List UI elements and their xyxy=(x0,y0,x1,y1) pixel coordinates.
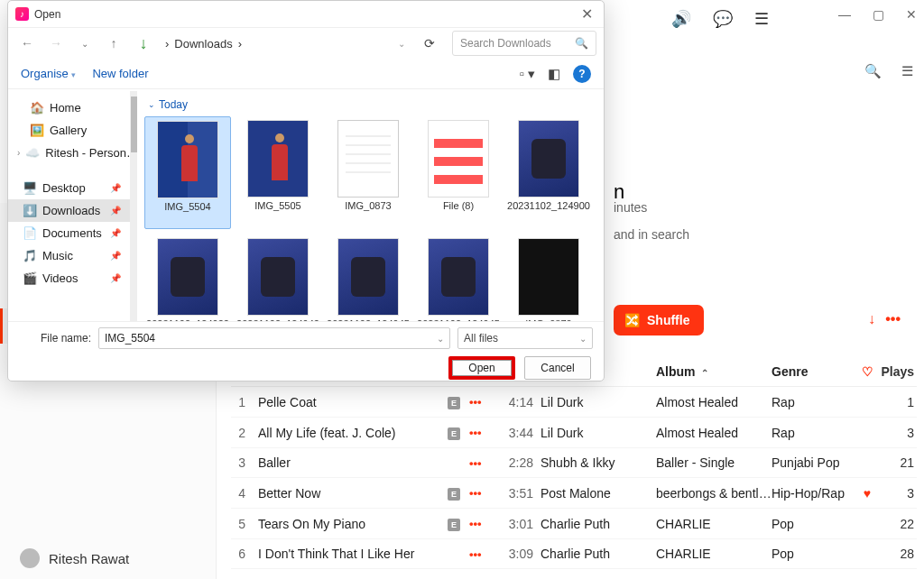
more-icon[interactable]: ••• xyxy=(885,311,901,327)
open-button[interactable]: Open xyxy=(448,356,515,380)
file-tile[interactable]: 20231102_124942 xyxy=(235,234,321,321)
row-menu-icon[interactable]: ••• xyxy=(469,426,491,439)
file-tile[interactable]: 20231102_124945(0) xyxy=(325,234,411,321)
dialog-title: Open xyxy=(34,8,60,21)
file-tile[interactable]: File (8) xyxy=(415,116,502,229)
file-thumbnail xyxy=(518,238,579,316)
search-icon[interactable]: 🔍 xyxy=(864,63,882,79)
file-name: 20231102_124900 xyxy=(507,200,590,224)
organise-menu[interactable]: Organise ▾ xyxy=(21,67,76,80)
dialog-nav: ← → ⌄ ↑ ↓ › Downloads › ⌄ ⟳ Search Downl… xyxy=(8,28,604,59)
explicit-icon: E xyxy=(448,519,460,531)
file-thumbnail xyxy=(518,120,579,198)
dialog-sidebar: 🏠Home🖼️Gallery›☁️Ritesh - Person… 🖥️Desk… xyxy=(8,91,131,321)
up-icon[interactable]: ↑ xyxy=(102,36,125,51)
explicit-icon: E xyxy=(448,397,460,409)
file-thumbnail xyxy=(157,121,218,198)
file-thumbnail xyxy=(428,238,489,316)
lyrics-icon[interactable]: 💬 xyxy=(713,9,733,29)
volume-icon[interactable]: 🔊 xyxy=(671,9,691,29)
col-heart[interactable]: ♡ xyxy=(856,364,878,379)
table-row[interactable]: 3Baller•••2:28Shubh & IkkyBaller - Singl… xyxy=(231,448,917,478)
crumb-dropdown-icon[interactable]: ⌄ xyxy=(398,39,405,49)
filetype-select[interactable]: All files⌄ xyxy=(457,327,593,349)
refresh-icon[interactable]: ⟳ xyxy=(418,36,441,51)
open-file-dialog: ♪ Open ✕ ← → ⌄ ↑ ↓ › Downloads › ⌄ ⟳ Sea… xyxy=(7,0,605,381)
places-item[interactable]: 📄Documents📌 xyxy=(8,222,130,244)
quick-access-item[interactable]: ›☁️Ritesh - Person… xyxy=(8,142,130,164)
file-tile[interactable]: IMG_0873 xyxy=(325,116,411,229)
places-item[interactable]: 🖥️Desktop📌 xyxy=(8,177,130,199)
quick-access-item[interactable]: 🏠Home xyxy=(8,96,130,119)
music-app-icon: ♪ xyxy=(15,7,29,21)
col-plays[interactable]: Plays xyxy=(878,364,914,379)
col-genre[interactable]: Genre xyxy=(772,364,856,379)
file-tile[interactable]: 20231102_124945 xyxy=(415,234,502,321)
file-name: IMG_5505 xyxy=(254,200,300,224)
file-group-header[interactable]: ⌄ Today xyxy=(141,96,600,113)
search-placeholder: Search Downloads xyxy=(460,37,551,50)
filename-label: File name: xyxy=(19,332,91,345)
col-album[interactable]: Album xyxy=(656,364,696,379)
shuffle-icon: 🔀 xyxy=(624,313,640,327)
table-row[interactable]: 6I Don't Think That I Like Her•••3:09Cha… xyxy=(231,539,917,569)
file-thumbnail xyxy=(247,238,309,316)
pin-icon: 📌 xyxy=(110,206,121,216)
file-name: IMG_5504 xyxy=(164,201,210,225)
track-table: Album⌃ Genre ♡ Plays 1Pelle CoatE•••4:14… xyxy=(231,357,917,569)
table-row[interactable]: 2All My Life (feat. J. Cole)E•••3:44Lil … xyxy=(231,418,917,448)
file-thumbnail xyxy=(157,238,218,316)
shuffle-button[interactable]: 🔀 Shuffle xyxy=(614,305,704,335)
file-thumbnail xyxy=(337,238,399,316)
file-name: IMG_0873 xyxy=(345,200,391,224)
user-name: Ritesh Rawat xyxy=(49,551,129,566)
file-thumbnail xyxy=(337,120,399,198)
playlist-search-fragment: and in search xyxy=(614,227,689,242)
cancel-button[interactable]: Cancel xyxy=(524,356,591,380)
view-mode-icon[interactable]: ▫ ▾ xyxy=(520,66,536,82)
preview-pane-icon[interactable]: ◧ xyxy=(548,66,560,82)
row-menu-icon[interactable]: ••• xyxy=(469,456,491,470)
new-folder-button[interactable]: New folder xyxy=(92,67,148,80)
filename-input[interactable]: IMG_5504⌄ xyxy=(98,327,450,349)
download-icon[interactable]: ↓ xyxy=(868,311,875,327)
search-icon: 🔍 xyxy=(575,37,588,50)
file-tile[interactable]: IMG_5504 xyxy=(144,116,231,229)
sort-up-icon: ⌃ xyxy=(701,368,708,378)
row-menu-icon[interactable]: ••• xyxy=(469,547,491,561)
queue-icon[interactable]: ☰ xyxy=(754,9,769,29)
row-menu-icon[interactable]: ••• xyxy=(469,517,491,530)
sidebar-scrollbar[interactable] xyxy=(131,91,137,321)
places-item[interactable]: 🎬Videos📌 xyxy=(8,267,130,290)
file-tile[interactable]: 20231102_124900 xyxy=(505,116,592,229)
row-menu-icon[interactable]: ••• xyxy=(469,395,491,409)
playlist-subtitle-fragment: inutes xyxy=(614,200,647,215)
places-item[interactable]: 🎵Music📌 xyxy=(8,244,130,267)
table-row[interactable]: 5Tears On My PianoE•••3:01Charlie PuthCH… xyxy=(231,509,917,539)
dialog-titlebar: ♪ Open ✕ xyxy=(8,1,604,28)
file-tile[interactable]: IMG_5505 xyxy=(235,116,321,229)
table-row[interactable]: 1Pelle CoatE•••4:14Lil DurkAlmost Healed… xyxy=(231,387,917,418)
row-menu-icon[interactable]: ••• xyxy=(469,486,491,500)
pin-icon: 📌 xyxy=(110,273,121,283)
breadcrumb[interactable]: › Downloads › xyxy=(165,37,242,51)
downloads-drive-icon: ↓ xyxy=(131,34,156,53)
help-icon[interactable]: ? xyxy=(573,65,591,83)
avatar xyxy=(20,548,40,568)
explicit-icon: E xyxy=(448,488,460,501)
file-tile[interactable]: 20231102_124922 xyxy=(144,234,231,321)
search-input[interactable]: Search Downloads 🔍 xyxy=(452,31,596,56)
quick-access-item[interactable]: 🖼️Gallery xyxy=(8,119,130,142)
user-footer[interactable]: Ritesh Rawat xyxy=(13,541,136,575)
file-name: File (8) xyxy=(443,200,474,224)
back-icon[interactable]: ← xyxy=(15,36,39,51)
places-item[interactable]: ⬇️Downloads📌 xyxy=(8,199,130,222)
recent-dropdown-icon[interactable]: ⌄ xyxy=(73,39,97,49)
filter-icon[interactable]: ☰ xyxy=(901,63,913,79)
pin-icon: 📌 xyxy=(110,183,121,193)
file-tile[interactable]: IMG_0870 xyxy=(505,234,592,321)
forward-icon[interactable]: → xyxy=(44,36,68,51)
file-thumbnail xyxy=(428,120,489,198)
table-row[interactable]: 4Better NowE•••3:51Post Malonebeerbongs … xyxy=(231,478,917,509)
close-icon[interactable]: ✕ xyxy=(578,5,596,23)
